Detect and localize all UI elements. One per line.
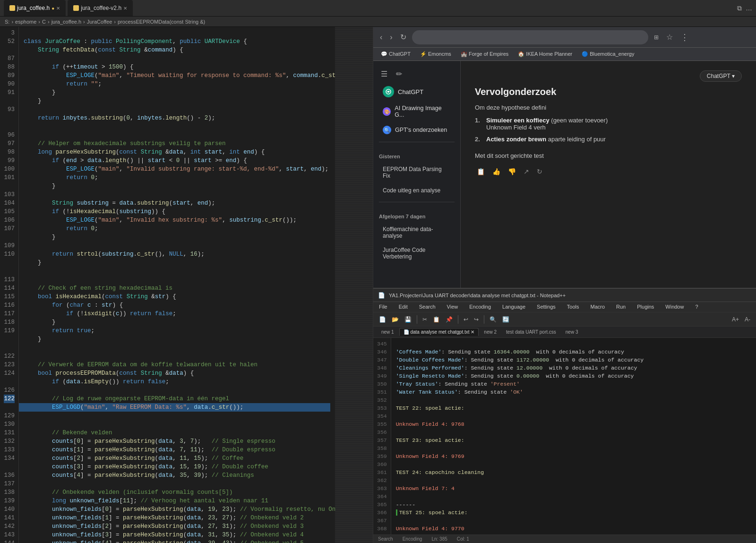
model-label: ChatGPT ▾ — [707, 73, 735, 79]
browser-apps-button[interactable]: ⊞ — [652, 32, 661, 43]
tab-jura-coffee-v2[interactable]: jura_coffee-v2.h ✕ — [68, 0, 133, 16]
tab-label-1: jura_coffee.h — [17, 5, 50, 11]
breadcrumb-class: JuraCoffee — [87, 19, 112, 25]
chat-share-button[interactable]: ↗ — [522, 166, 531, 177]
bookmark-bluemotica[interactable]: 🔵 Bluemotica_energy — [579, 50, 637, 58]
chatgpt-model-selector[interactable]: ChatGPT ▾ — [700, 70, 742, 82]
notepad-tab-new1[interactable]: new 1 — [377, 328, 398, 336]
toolbar-zoom-in[interactable]: A+ — [730, 315, 741, 324]
bookmark-forge[interactable]: 🏰 Forge of Empires — [458, 50, 511, 58]
menu-run[interactable]: Run — [614, 303, 627, 311]
code-text[interactable]: class JuraCoffee : public PollingCompone… — [19, 27, 335, 543]
tab-close-1[interactable]: ✕ — [56, 6, 60, 11]
toolbar-separator — [417, 315, 417, 324]
sidebar-history-code[interactable]: Code uitleg en analyse … — [377, 183, 456, 198]
history-code-label: Code uitleg en analyse — [383, 187, 440, 194]
bookmark-ikea[interactable]: 🏠 IKEA Home Planner — [515, 50, 575, 58]
menu-search[interactable]: Search — [417, 303, 438, 311]
menu-encoding[interactable]: Encoding — [467, 303, 493, 311]
browser-forward-button[interactable]: › — [388, 31, 394, 43]
chat-response-title: Vervolgonderzoek — [475, 86, 742, 97]
sidebar-history-jura[interactable]: JuraCoffee Code Verbetering — [377, 243, 456, 263]
status-encoding: Encoding — [403, 536, 422, 542]
sidebar-icon-row: ☰ ✏ — [373, 66, 460, 82]
code-editor: 352 8788899091 93 96979899100101 1031041… — [0, 27, 373, 543]
toolbar-new[interactable]: 📄 — [377, 315, 388, 324]
toolbar-paste[interactable]: 📌 — [444, 315, 455, 324]
toolbar-separator-3 — [484, 315, 484, 324]
sidebar-gpts-label: GPT's onderzoeken — [395, 127, 447, 133]
history-eeprom-label: EEPROM Data Parsing Fix — [383, 166, 444, 179]
list-content-1: Simuleer een koffiecy (geen water toevoe… — [486, 117, 608, 131]
menu-help[interactable]: ? — [693, 303, 700, 311]
sidebar-ai-drawing-label: AI Drawing Image G... — [395, 105, 451, 118]
sidebar-history-koffie[interactable]: Koffiemachine data-analyse — [377, 223, 456, 242]
browser-url-bar[interactable]: chatgpt.com/c/6756bdcc-2b84-800b-9645-3a… — [412, 30, 648, 44]
menu-plugins[interactable]: Plugins — [635, 303, 656, 311]
toolbar-redo[interactable]: ↪ — [472, 315, 481, 324]
menu-settings[interactable]: Settings — [535, 303, 558, 311]
notepad-tab-data-analyse[interactable]: 📄 data analyse met chatgpt.txt ✕ — [399, 328, 479, 336]
chat-response-list: 1. Simuleer een koffiecy (geen water toe… — [475, 117, 742, 147]
notepad-window: 📄 YA1.Projecten\Jura UART decoder\data a… — [373, 288, 756, 543]
menu-language[interactable]: Language — [500, 303, 527, 311]
notepad-content: 345346347348349 350351352353354 35535635… — [373, 338, 756, 534]
sidebar-item-gpts[interactable]: 🔍 GPT's onderzoeken — [377, 122, 456, 138]
chat-copy-button[interactable]: 📋 — [475, 166, 487, 177]
sidebar-divider-1 — [379, 142, 455, 142]
browser-back-button[interactable]: ‹ — [378, 31, 384, 43]
toolbar-undo[interactable]: ↩ — [462, 315, 470, 324]
browser-content: ☰ ✏ ChatGPT 🎨 AI Drawing Image G... — [373, 61, 756, 288]
sidebar-divider-2 — [379, 202, 455, 202]
bookmark-chatgpt[interactable]: 💬 ChatGPT — [378, 50, 413, 58]
notepad-tab-test-data[interactable]: test data UART port.css — [502, 328, 560, 336]
sidebar-menu-icon[interactable]: ☰ — [379, 68, 389, 80]
chat-footer-actions: 📋 👍 👎 ↗ ↻ — [475, 166, 742, 177]
status-line: Ln: 385 — [431, 536, 447, 542]
sidebar-compose-icon[interactable]: ✏ — [394, 68, 404, 80]
split-editor-icon[interactable]: ⧉ — [737, 4, 742, 12]
toolbar-open[interactable]: 📂 — [390, 315, 401, 324]
browser-menu-button[interactable]: ⋮ — [679, 30, 690, 44]
more-options-icon[interactable]: … — [746, 4, 752, 12]
menu-view[interactable]: View — [445, 303, 460, 311]
notepad-tab-new2[interactable]: new 2 — [480, 328, 501, 336]
toolbar-zoom-out[interactable]: A- — [743, 315, 752, 324]
file-icon — [9, 5, 15, 11]
bookmarks-bar: 💬 ChatGPT ⚡ Emoncms 🏰 Forge of Empires 🏠… — [373, 48, 756, 61]
notepad-app-icon: 📄 — [378, 292, 385, 299]
list-num-2: 2. — [475, 136, 482, 143]
menu-macro[interactable]: Macro — [588, 303, 607, 311]
chatgpt-sidebar: ☰ ✏ ChatGPT 🎨 AI Drawing Image G... — [373, 61, 461, 288]
bookmarks-button[interactable]: ☆ — [664, 31, 675, 43]
menu-file[interactable]: File — [377, 303, 389, 311]
tab-jura-coffee-h[interactable]: jura_coffee.h ● ✕ — [4, 0, 66, 16]
toolbar-cut[interactable]: ✂ — [421, 315, 429, 324]
toolbar-find[interactable]: 🔍 — [488, 315, 498, 324]
notepad-text-content[interactable]: 'Coffees Made': Sending state 16364.0000… — [391, 338, 756, 534]
browser-reload-button[interactable]: ↻ — [398, 31, 408, 43]
toolbar-copy[interactable]: 📋 — [431, 315, 442, 324]
bookmark-emoncms[interactable]: ⚡ Emoncms — [417, 50, 454, 58]
chatgpt-logo-label: ChatGPT — [398, 88, 423, 95]
notepad-title-bar: 📄 YA1.Projecten\Jura UART decoder\data a… — [373, 289, 756, 302]
list-content-2: Acties zonder brewn aparte leiding of pu… — [486, 136, 606, 143]
notepad-tab-new3[interactable]: new 3 — [561, 328, 583, 336]
toolbar-replace[interactable]: 🔄 — [500, 315, 511, 324]
notepad-line-numbers: 345346347348349 350351352353354 35535635… — [373, 338, 391, 534]
code-content[interactable]: 352 8788899091 93 96979899100101 1031041… — [0, 27, 373, 543]
minimap — [335, 27, 373, 543]
sidebar-item-ai-drawing[interactable]: 🎨 AI Drawing Image G... — [377, 102, 456, 121]
tab-close-2[interactable]: ✕ — [123, 6, 127, 11]
status-search: Search — [378, 536, 393, 542]
sidebar-history-eeprom[interactable]: EEPROM Data Parsing Fix … — [377, 163, 456, 182]
menu-window[interactable]: Window — [663, 303, 686, 311]
menu-edit[interactable]: Edit — [397, 303, 410, 311]
chat-list-item-2: 2. Acties zonder brewn aparte leiding of… — [475, 136, 742, 143]
chat-thumbup-button[interactable]: 👍 — [490, 166, 502, 177]
chat-refresh-button[interactable]: ↻ — [535, 166, 544, 177]
toolbar-save[interactable]: 💾 — [403, 315, 413, 324]
menu-tools[interactable]: Tools — [565, 303, 581, 311]
chat-thumbdown-button[interactable]: 👎 — [506, 166, 518, 177]
chatgpt-logo-item[interactable]: ChatGPT — [377, 82, 456, 101]
